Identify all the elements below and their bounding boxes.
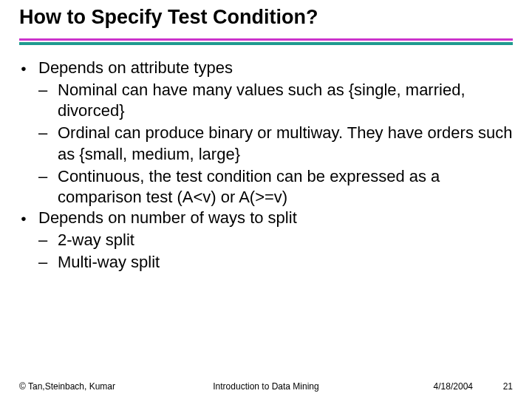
bullet-text: 2-way split — [58, 230, 514, 250]
bullet-text: Continuous, the test condition can be ex… — [58, 166, 514, 208]
footer-date: 4/18/2004 — [434, 381, 473, 392]
bullet-level1: Depends on number of ways to split — [21, 208, 514, 228]
bullet-dash-icon — [38, 166, 58, 208]
bullet-text: Depends on attribute types — [38, 58, 514, 78]
bullet-dash-icon — [38, 252, 58, 273]
bullet-text: Ordinal can produce binary or multiway. … — [58, 123, 514, 164]
slide-title: How to Specify Test Condition? — [19, 6, 318, 29]
bullet-text: Depends on number of ways to split — [38, 208, 514, 228]
bullet-text: Multi-way split — [58, 252, 514, 273]
bullet-level2: Continuous, the test condition can be ex… — [38, 166, 514, 208]
rule-teal — [19, 42, 513, 45]
bullet-text: Nominal can have many values such as {si… — [58, 80, 514, 121]
bullet-level2: Multi-way split — [38, 252, 514, 273]
bullet-level2: Ordinal can produce binary or multiway. … — [38, 123, 514, 164]
content-area: Depends on attribute types Nominal can h… — [21, 58, 514, 273]
rule-magenta — [19, 38, 513, 41]
bullet-level2: 2-way split — [38, 230, 514, 250]
footer-page-number: 21 — [503, 381, 513, 392]
title-rule — [19, 38, 513, 45]
bullet-dash-icon — [38, 123, 58, 164]
bullet-dash-icon — [38, 230, 58, 250]
bullet-dot-icon — [21, 208, 38, 228]
bullet-dash-icon — [38, 80, 58, 121]
slide: How to Specify Test Condition? Depends o… — [0, 0, 532, 399]
bullet-level2: Nominal can have many values such as {si… — [38, 80, 514, 121]
bullet-dot-icon — [21, 58, 38, 78]
footer: © Tan,Steinbach, Kumar Introduction to D… — [0, 375, 532, 392]
bullet-level1: Depends on attribute types — [21, 58, 514, 78]
